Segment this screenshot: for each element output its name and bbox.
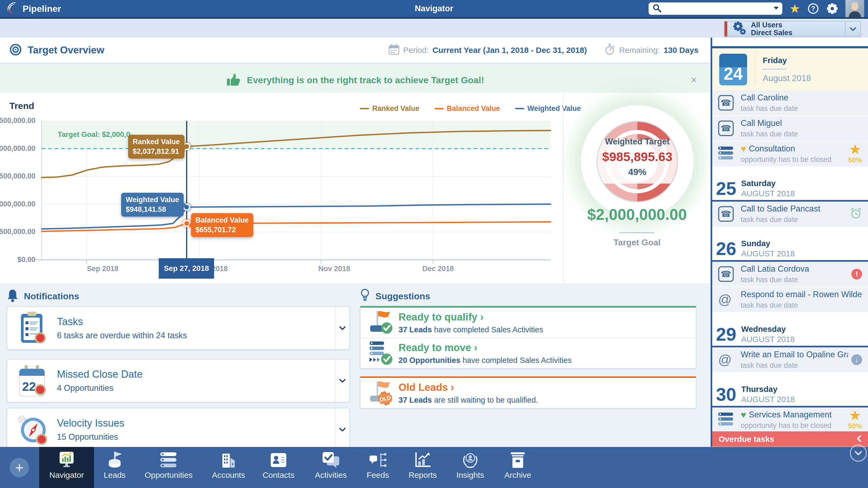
agenda-task-row[interactable]: ☎Call to Sadie Pancasttask has due date: [712, 202, 868, 226]
pipeline-icon: [718, 412, 734, 428]
task-text: ♥Services Managementopportunity has to b…: [741, 410, 845, 430]
settings-gear-icon[interactable]: [826, 2, 838, 15]
day-number: 25: [716, 179, 736, 198]
nav-item-opportunities[interactable]: Opportunities: [145, 447, 192, 488]
agenda-task-row[interactable]: @Write an Email to Opaline Gravytask has…: [712, 347, 868, 372]
contacts-icon: [270, 451, 287, 469]
search-box[interactable]: [649, 2, 782, 15]
trend-title: Trend: [9, 101, 34, 111]
filter-chevron-down-icon[interactable]: [845, 22, 861, 36]
notification-text: Velocity Issues15 Opportunities: [57, 417, 124, 442]
target-overview-header: Target Overview Period: Current Year (Ja…: [0, 38, 711, 63]
task-type-icon: @: [718, 292, 741, 307]
notification-card[interactable]: Tasks6 tasks are overdue within 24 tasks: [7, 306, 350, 350]
search-caret-icon[interactable]: [774, 6, 779, 11]
expand-chevron-icon[interactable]: [335, 408, 349, 451]
favorites-star-icon[interactable]: ★: [789, 2, 800, 15]
leads-icon: [105, 451, 124, 469]
suggestion-item[interactable]: Ready to move ›20 Opportunities have com…: [361, 338, 696, 368]
bell-icon: [7, 289, 19, 303]
task-title: ♥Services Management: [741, 410, 845, 420]
day-weekday: Friday: [763, 56, 811, 65]
nav-item-activities[interactable]: Activities: [307, 447, 354, 488]
task-status: ↓: [851, 354, 862, 365]
notifications-title: Notifications: [24, 291, 79, 301]
filter-line1: All Users: [751, 21, 845, 29]
task-status: ★50%: [848, 143, 862, 164]
remaining-group: Remaining: 130 Days: [604, 43, 699, 57]
remaining-label: Remaining:: [619, 45, 660, 55]
nav-item-navigator[interactable]: Navigator: [39, 447, 94, 488]
nav-item-feeds[interactable]: Feeds: [354, 447, 402, 488]
day-number: 29: [716, 325, 736, 343]
task-status: ★50%: [848, 410, 862, 430]
user-filter-selector[interactable]: All Users Direct Sales: [724, 21, 861, 37]
nav-item-reports[interactable]: Reports: [399, 447, 446, 488]
suggestion-text: Old Leads ›37 Leads are still waiting to…: [399, 382, 538, 404]
expand-chevron-icon[interactable]: [335, 359, 349, 402]
legend-item[interactable]: Ranked Value: [360, 104, 420, 113]
agenda-task-row[interactable]: ♥Services Managementopportunity has to b…: [712, 408, 868, 432]
nav-item-label: Accounts: [212, 470, 245, 480]
task-type-icon: ☎: [718, 121, 741, 136]
divider: [763, 69, 786, 69]
agenda-day-header: 26SundayAUGUST 2018: [712, 237, 868, 262]
agenda-task-row[interactable]: ♥Consultationopportunity has to be close…: [712, 141, 868, 166]
search-input[interactable]: [664, 4, 771, 13]
accounts-icon: [220, 451, 238, 469]
add-button[interactable]: +: [10, 458, 29, 477]
archive-icon: [509, 451, 526, 469]
nav-item-leads[interactable]: Leads: [91, 447, 138, 488]
remaining-value: 130 Days: [663, 45, 699, 55]
chevron-left-icon: [856, 435, 862, 443]
overdue-tasks-bar[interactable]: Overdue tasks: [712, 431, 868, 447]
help-icon[interactable]: ?: [807, 3, 819, 14]
page-title: Navigator: [415, 4, 453, 13]
notification-card[interactable]: 22Missed Close Date4 Opportunities: [7, 359, 350, 402]
agenda-task-row[interactable]: ☎Call Migueltask has due date: [712, 116, 868, 141]
alert-icon: !: [851, 269, 862, 280]
trend-section: Trend Ranked ValueBalanced ValueWeighted…: [0, 93, 711, 283]
nav-item-insights[interactable]: Insights: [446, 447, 494, 488]
feeds-icon: [369, 451, 387, 469]
day-weekday: Thursday: [741, 385, 795, 394]
nav-item-contacts[interactable]: Contacts: [255, 447, 302, 488]
notification-title: Missed Close Date: [57, 368, 143, 380]
agenda-task-row[interactable]: ☎Call Latia Cordovatask has due date!: [712, 262, 868, 286]
expand-chevron-icon[interactable]: [335, 307, 349, 349]
legend-swatch: [360, 108, 369, 109]
nav-item-archive[interactable]: Archive: [494, 447, 541, 488]
notification-subtitle: 6 tasks are overdue within 24 tasks: [57, 331, 187, 340]
notification-card[interactable]: Velocity Issues15 Opportunities: [7, 408, 350, 451]
trend-chart[interactable]: Target Goal: $2,000,000.00 Sep 2018Oct 2…: [42, 121, 551, 260]
legend-item[interactable]: Balanced Value: [435, 104, 500, 113]
day-weekday: Wednesday: [741, 325, 795, 334]
task-text: Call Carolinetask has due date: [741, 93, 862, 113]
task-text: Write an Email to Opaline Gravytask has …: [741, 350, 848, 370]
lightbulb-icon: [360, 288, 370, 304]
x-axis-tick-label: Nov 2018: [318, 265, 350, 273]
suggestion-text: Ready to move ›20 Opportunities have com…: [399, 342, 572, 365]
suggestion-item[interactable]: Ready to qualify ›37 Leads have complete…: [361, 307, 696, 338]
banner-close-icon[interactable]: ×: [691, 74, 696, 86]
notification-subtitle: 4 Opportunities: [57, 383, 143, 393]
nav-item-label: Opportunities: [145, 470, 192, 480]
agenda-task-row[interactable]: @Respond to email - Rowen Wilders…task h…: [712, 287, 868, 312]
nav-item-accounts[interactable]: Accounts: [205, 447, 252, 488]
pipeline-move-icon: [364, 340, 399, 366]
collapse-chevron-button[interactable]: [850, 445, 867, 462]
suggestion-title[interactable]: Old Leads ›: [399, 382, 538, 393]
task-subtitle: task has due date: [741, 216, 846, 224]
day-weekday: Sunday: [741, 239, 795, 248]
suggestion-title[interactable]: Ready to move ›: [399, 342, 572, 354]
suggestion-title[interactable]: Ready to qualify ›: [399, 312, 543, 323]
brand: Pipeliner: [0, 2, 61, 15]
notification-text: Missed Close Date4 Opportunities: [57, 368, 143, 393]
user-avatar[interactable]: [845, 0, 864, 17]
task-title: Respond to email - Rowen Wilders…: [741, 290, 862, 299]
suggestion-item[interactable]: OLDOld Leads ›37 Leads are still waiting…: [361, 378, 696, 408]
agenda-task-row[interactable]: ☎Call Carolinetask has due date: [712, 91, 868, 115]
day-month: August 2018: [763, 73, 811, 83]
task-status: [850, 207, 862, 221]
suggestion-subtitle: 37 Leads are still waiting to be qualifi…: [399, 396, 538, 404]
